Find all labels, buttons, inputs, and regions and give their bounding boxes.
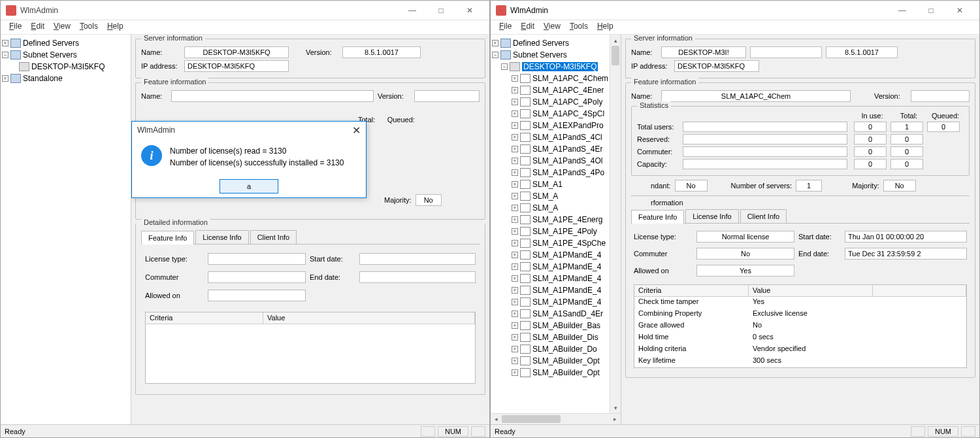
tree-feature[interactable]: +SLM_A [491,202,610,214]
tree-feature[interactable]: +SLM_A1PandS_4Cl [491,131,610,143]
table-row[interactable]: Key lifetime300 secs [634,356,966,367]
details-pane: Server information Name: DESKTOP-M3I5KFQ… [131,35,489,424]
tree-feature[interactable]: +SLM_A1EXPandPro [491,120,610,131]
feature-name-label: Name: [631,92,657,100]
tree-feature[interactable]: +SLM_A1PMandE_4 [491,284,610,296]
tree-feature[interactable]: +SLM_A1PandS_4Po [491,167,610,178]
criteria-header[interactable]: Criteria [634,285,749,296]
tree-computer[interactable]: −DESKTOP-M3I5KFQ [491,61,610,73]
table-row[interactable]: Hold time0 secs [634,332,966,344]
tree-feature[interactable]: +SLM_A1SandD_4Er [491,308,610,320]
value-header[interactable]: Value [263,312,475,324]
statistics-group: Statistics In use: Total: Queued: Total … [631,106,970,176]
detailed-title: rformation [651,199,683,207]
status-ready: Ready [5,428,25,435]
tab-license-info[interactable]: License Info [685,209,738,223]
tree-computer[interactable]: DESKTOP-M3I5KFQ [1,61,131,73]
menu-tools[interactable]: Tools [75,20,103,34]
start-date-value: Thu Jan 01 00:00:00 20 [845,231,967,243]
details-pane: Server information Name: DESKTOP-M3I! 8.… [621,35,979,424]
table-row[interactable]: Holding criteriaVendor specified [634,344,966,356]
scroll-down-icon[interactable]: ▾ [610,402,621,413]
criteria-header[interactable]: Criteria [146,312,263,324]
license-type-label: License type: [145,255,204,263]
tree-feature[interactable]: +SLM_A1APC_4Ener [491,84,610,96]
server-ip-label: IP address: [631,62,670,70]
menu-edit[interactable]: Edit [516,20,539,34]
tree-feature[interactable]: +SLM_ABuilder_Bas [491,320,610,331]
tree-feature[interactable]: +SLM_A1PE_4Energ [491,214,610,226]
tree-feature[interactable]: +SLM_A1PMandE_4 [491,296,610,308]
wlmadmin-window-right: WlmAdmin — □ ✕ File Edit View Tools Help… [490,0,980,438]
tree-standalone[interactable]: +Standalone [1,73,131,84]
end-date-value: Tue Dec 31 23:59:59 2 [845,248,967,260]
dialog-close-icon[interactable]: ✕ [352,124,361,137]
close-button[interactable]: ✕ [455,2,484,19]
menu-file[interactable]: File [5,20,26,34]
tab-feature-info[interactable]: Feature Info [631,210,684,224]
scroll-up-icon[interactable]: ▴ [610,35,621,46]
menu-help[interactable]: Help [103,20,128,34]
tree-subnet-servers[interactable]: −Subnet Servers [1,49,131,61]
license-type-label: License type: [634,233,693,241]
allowed-value [208,290,306,301]
menubar: File Edit View Tools Help [1,20,489,35]
total-label: Total: [890,112,927,120]
close-button[interactable]: ✕ [945,2,974,19]
tree-feature[interactable]: +SLM_ABuilder_Do [491,343,610,355]
numservers-label: Number of servers: [731,182,792,190]
maximize-button[interactable]: □ [917,2,945,19]
tab-feature-info[interactable]: Feature Info [141,231,194,244]
scroll-right-icon[interactable]: ▸ [610,414,621,424]
value-header[interactable]: Value [749,285,873,296]
maximize-button[interactable]: □ [427,2,455,19]
feature-version-value [414,90,480,102]
tab-license-info[interactable]: License Info [195,230,248,244]
tree-feature[interactable]: +SLM_A1APC_4Chem [491,73,610,84]
tree-defined-servers[interactable]: +Defined Servers [491,37,610,49]
dialog-ok-button[interactable]: a [220,179,278,194]
tab-client-info[interactable]: Client Info [250,230,297,244]
tree-feature[interactable]: +SLM_ABuilder_Opt [491,355,610,367]
table-row[interactable]: Grace allowedNo [634,320,966,332]
minimize-button[interactable]: — [888,2,917,19]
tree-feature[interactable]: +SLM_ABuilder_Dis [491,331,610,343]
tree-feature[interactable]: +SLM_A1APC_4SpCl [491,108,610,120]
scroll-left-icon[interactable]: ◂ [491,414,502,424]
table-row[interactable]: Combining PropertyExclusive license [634,309,966,320]
server-version-value: 8.5.1.0017 [826,46,898,58]
menu-tools[interactable]: Tools [565,20,593,34]
tree-feature[interactable]: +SLM_A1PandS_4Er [491,143,610,155]
majority-value: No [883,180,916,192]
stats-row: Capacity:00 [637,159,964,169]
tree-subnet-servers[interactable]: −Subnet Servers [491,49,610,61]
tree-feature[interactable]: +SLM_A [491,190,610,202]
server-info-group: Server information Name: DESKTOP-M3I5KFQ… [135,39,485,78]
tree-feature[interactable]: +SLM_A1PE_4SpChe [491,237,610,249]
menu-edit[interactable]: Edit [26,20,49,34]
tree-feature[interactable]: +SLM_A1PE_4Poly [491,226,610,237]
start-date-label: Start date: [310,255,355,263]
tree-feature[interactable]: +SLM_A1 [491,178,610,190]
redundant-value: No [675,180,708,192]
table-row[interactable]: Check time tamperYes [634,297,966,309]
server-name-label: Name: [631,48,657,56]
menu-file[interactable]: File [495,20,516,34]
tree-scrollbar-h[interactable]: ◂ ▸ [491,413,621,424]
menu-view[interactable]: View [49,20,75,34]
menu-view[interactable]: View [539,20,565,34]
tree-feature[interactable]: +SLM_A1PandS_4Ol [491,155,610,167]
tree-feature[interactable]: +SLM_A1PMandE_4 [491,273,610,284]
tree-defined-servers[interactable]: +Defined Servers [1,37,131,49]
tree-feature[interactable]: +SLM_A1PMandE_4 [491,261,610,273]
tree-scrollbar-v[interactable]: ▴ ▾ [610,35,621,413]
tab-client-info[interactable]: Client Info [740,209,787,223]
info-icon: i [141,145,162,166]
tree-feature[interactable]: +SLM_A1PMandE_4 [491,249,610,261]
server-tree[interactable]: +Defined Servers −Subnet Servers DESKTOP… [1,35,131,424]
tree-feature[interactable]: +SLM_A1APC_4Poly [491,96,610,108]
minimize-button[interactable]: — [398,2,427,19]
menu-help[interactable]: Help [593,20,618,34]
server-tree[interactable]: +Defined Servers −Subnet Servers −DESKTO… [491,35,610,413]
tree-feature[interactable]: +SLM_ABuilder_Opt [491,367,610,379]
